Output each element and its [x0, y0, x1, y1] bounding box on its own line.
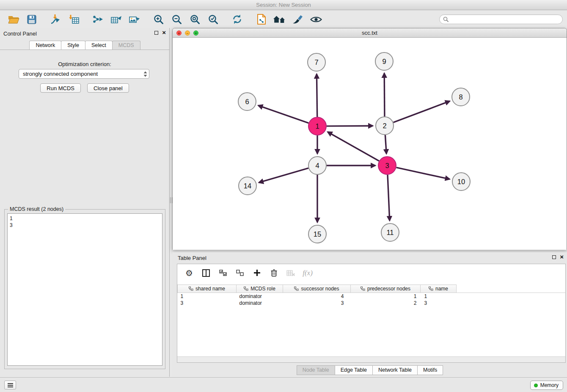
- deselect-all-button[interactable]: [232, 266, 248, 280]
- show-columns-button[interactable]: [198, 266, 214, 280]
- window-title: Session: New Session: [256, 2, 311, 8]
- export-network-icon: [92, 14, 104, 25]
- graph-edge-3-1[interactable]: [328, 132, 379, 161]
- tab-select[interactable]: Select: [85, 41, 113, 50]
- table-cell[interactable]: 2: [351, 300, 421, 306]
- table-cell[interactable]: 4: [283, 293, 351, 300]
- tab-network-table[interactable]: Network Table: [372, 365, 418, 375]
- network-graph: 7968124314101511: [173, 38, 567, 250]
- graph-edge-2-3[interactable]: [385, 135, 386, 154]
- graph-node-9[interactable]: 9: [375, 52, 393, 70]
- column-header-successor-nodes[interactable]: successor nodes: [283, 285, 351, 293]
- memory-button[interactable]: Memory: [530, 381, 563, 390]
- delete-column-button[interactable]: [266, 266, 281, 280]
- column-header-mcds-role[interactable]: MCDS role: [237, 285, 283, 293]
- mcds-result-list[interactable]: 13: [7, 213, 162, 366]
- zoom-out-button[interactable]: [168, 12, 186, 27]
- graph-node-3[interactable]: 3: [378, 157, 396, 174]
- graph-node-7[interactable]: 7: [308, 53, 325, 71]
- window-minimize-button[interactable]: −: [185, 30, 190, 36]
- table-tabbar: Node TableEdge TableNetwork TableMotifs: [172, 365, 567, 375]
- search-field[interactable]: [439, 14, 563, 24]
- gear-icon: ⚙: [185, 269, 193, 277]
- svg-text:2: 2: [383, 122, 386, 130]
- zoom-selected-button[interactable]: [204, 12, 222, 27]
- zoom-in-button[interactable]: [149, 12, 168, 27]
- table-panel-close-button[interactable]: ×: [560, 254, 564, 259]
- import-network-button[interactable]: [47, 12, 65, 27]
- tab-motifs[interactable]: Motifs: [417, 365, 443, 375]
- table-cell[interactable]: dominator: [237, 300, 283, 306]
- tab-node-table[interactable]: Node Table: [297, 365, 335, 375]
- graph-node-8[interactable]: 8: [452, 88, 470, 106]
- export-network-button[interactable]: [89, 12, 107, 27]
- export-image-button[interactable]: [125, 12, 143, 27]
- table-cell[interactable]: 3: [178, 300, 237, 306]
- window-titlebar[interactable]: Session: New Session: [0, 0, 567, 10]
- tab-network[interactable]: Network: [29, 41, 61, 50]
- table-cell[interactable]: 3: [283, 300, 351, 306]
- paste-network-button[interactable]: [252, 12, 270, 27]
- table-row[interactable]: 3dominator323: [178, 300, 566, 306]
- graph-edge-2-9[interactable]: [384, 73, 385, 116]
- table-cell[interactable]: 1: [421, 293, 457, 300]
- table-cell[interactable]: 1: [178, 293, 237, 300]
- table-panel-float-button[interactable]: [552, 255, 556, 259]
- table-cell[interactable]: 1: [351, 293, 421, 300]
- tab-mcds[interactable]: MCDS: [112, 41, 140, 50]
- refresh-view-button[interactable]: [228, 12, 246, 27]
- graph-node-15[interactable]: 15: [308, 225, 326, 243]
- function-builder-button[interactable]: f(x): [300, 266, 315, 280]
- home-layout-button[interactable]: [270, 12, 289, 27]
- close-panel-button[interactable]: Close panel: [87, 83, 129, 93]
- window-zoom-button[interactable]: +: [193, 30, 198, 36]
- graph-edge-3-11[interactable]: [388, 175, 390, 221]
- status-menu-button[interactable]: [4, 381, 16, 389]
- show-hide-button[interactable]: [307, 12, 325, 27]
- graph-edge-4-14[interactable]: [259, 168, 308, 182]
- table-horizontal-scrollbar[interactable]: [177, 356, 565, 362]
- table-row[interactable]: 1dominator411: [178, 293, 566, 300]
- graph-node-1[interactable]: 1: [308, 117, 326, 135]
- run-mcds-button[interactable]: Run MCDS: [40, 83, 81, 93]
- column-header-shared-name[interactable]: shared name: [178, 285, 237, 293]
- zoom-in-icon: [153, 14, 164, 25]
- import-table-button[interactable]: [65, 12, 83, 27]
- search-input[interactable]: [451, 16, 559, 22]
- control-panel-float-button[interactable]: [154, 31, 158, 35]
- graph-edge-3-10[interactable]: [396, 168, 450, 179]
- table-cell[interactable]: dominator: [237, 293, 283, 300]
- tab-style[interactable]: Style: [61, 41, 85, 50]
- graph-node-14[interactable]: 14: [239, 177, 256, 195]
- select-all-button[interactable]: [215, 266, 231, 280]
- mcds-result-item[interactable]: 3: [10, 222, 160, 229]
- add-column-button[interactable]: [249, 266, 264, 280]
- table-cell[interactable]: 3: [421, 300, 457, 306]
- export-table-button[interactable]: [107, 12, 125, 27]
- network-canvas[interactable]: 7968124314101511: [173, 38, 567, 250]
- graph-node-6[interactable]: 6: [238, 93, 256, 110]
- network-window-title: scc.txt: [173, 28, 567, 37]
- graph-edge-2-8[interactable]: [394, 101, 450, 122]
- tab-edge-table[interactable]: Edge Table: [335, 365, 373, 375]
- apply-style-button[interactable]: [289, 12, 307, 27]
- graph-edge-1-7[interactable]: [317, 74, 317, 117]
- delete-table-button[interactable]: [283, 266, 298, 280]
- save-session-button[interactable]: [22, 12, 41, 27]
- graph-edge-1-2[interactable]: [327, 126, 373, 126]
- column-header-name[interactable]: name: [421, 285, 457, 293]
- graph-edge-1-6[interactable]: [258, 105, 308, 123]
- mcds-result-item[interactable]: 1: [10, 215, 160, 222]
- criterion-dropdown[interactable]: strongly connected component: [19, 69, 149, 79]
- zoom-fit-button[interactable]: [186, 12, 204, 27]
- control-panel-close-button[interactable]: ×: [162, 30, 166, 35]
- column-header-predecessor-nodes[interactable]: predecessor nodes: [351, 285, 421, 293]
- graph-node-10[interactable]: 10: [452, 173, 470, 190]
- open-file-button[interactable]: [4, 12, 22, 27]
- graph-node-4[interactable]: 4: [308, 157, 326, 174]
- graph-node-11[interactable]: 11: [381, 224, 399, 241]
- graph-node-2[interactable]: 2: [376, 117, 394, 135]
- table-settings-button[interactable]: ⚙: [182, 266, 197, 280]
- window-close-button[interactable]: ×: [176, 30, 182, 36]
- network-window-titlebar[interactable]: scc.txt × − +: [173, 28, 567, 38]
